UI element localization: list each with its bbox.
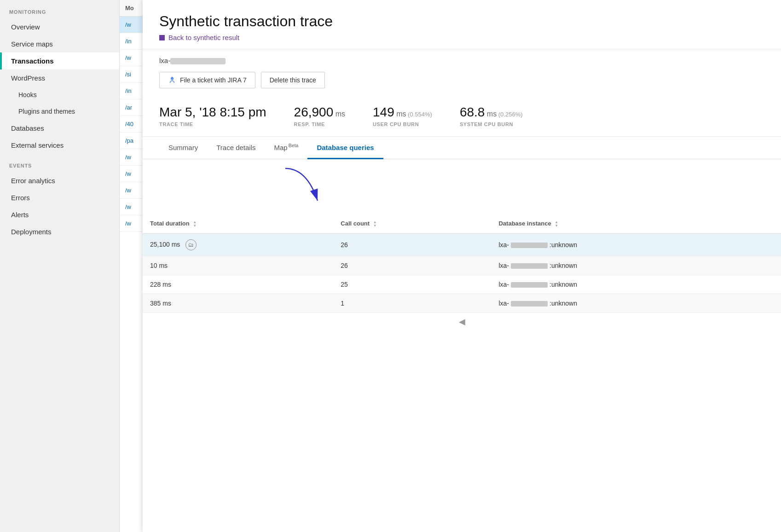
cell-db-instance-2: lxa-:unknown bbox=[491, 275, 781, 294]
sort-icon-duration[interactable]: ▲ ▼ bbox=[193, 220, 197, 228]
metric-resp-time-value: 26,900 ms bbox=[294, 105, 345, 120]
metric-system-cpu-value: 68.8 ms (0.256%) bbox=[460, 105, 523, 120]
metrics-row: Mar 5, '18 8:15 pm TRACE TIME 26,900 ms … bbox=[143, 96, 781, 137]
events-section-label: EVENTS bbox=[0, 154, 119, 172]
col-database-instance: Database instance ▲ ▼ bbox=[491, 214, 781, 233]
table-row[interactable]: 228 ms 25 lxa-:unknown bbox=[143, 275, 781, 294]
jira-icon bbox=[168, 76, 176, 84]
metric-system-cpu: 68.8 ms (0.256%) SYSTEM CPU BURN bbox=[460, 105, 523, 127]
overlay-header: Synthetic transaction trace Back to synt… bbox=[143, 0, 781, 49]
action-buttons: File a ticket with JIRA 7 Delete this tr… bbox=[143, 68, 781, 96]
sidebar-item-errors[interactable]: Errors bbox=[0, 189, 119, 206]
blurred-instance bbox=[511, 263, 548, 269]
blurred-instance bbox=[511, 243, 548, 248]
cell-duration-3: 385 ms bbox=[143, 294, 333, 312]
metric-user-cpu-label: USER CPU BURN bbox=[373, 121, 432, 127]
blurred-instance bbox=[511, 282, 548, 288]
cell-duration-0: 25,100 ms 🗂 bbox=[143, 233, 333, 256]
back-to-synthetic-link[interactable]: Back to synthetic result bbox=[159, 34, 764, 41]
cell-duration-1: 10 ms bbox=[143, 256, 333, 275]
database-queries-table-area: Total duration ▲ ▼ Call count ▲ ▼ bbox=[143, 214, 781, 340]
monitoring-section-label: MONITORING bbox=[0, 0, 119, 18]
tab-database-queries[interactable]: Database queries bbox=[307, 137, 383, 159]
back-link-icon bbox=[159, 35, 165, 40]
sidebar-item-deployments[interactable]: Deployments bbox=[0, 223, 119, 240]
col-call-count: Call count ▲ ▼ bbox=[333, 214, 491, 233]
tab-summary[interactable]: Summary bbox=[159, 137, 207, 159]
jira-button[interactable]: File a ticket with JIRA 7 bbox=[159, 72, 255, 88]
metric-trace-time: Mar 5, '18 8:15 pm TRACE TIME bbox=[159, 105, 266, 127]
cell-db-instance-3: lxa-:unknown bbox=[491, 294, 781, 312]
tab-trace-details[interactable]: Trace details bbox=[207, 137, 265, 159]
metric-trace-time-label: TRACE TIME bbox=[159, 121, 266, 127]
database-queries-table: Total duration ▲ ▼ Call count ▲ ▼ bbox=[143, 214, 781, 313]
cell-call-count-2: 25 bbox=[333, 275, 491, 294]
sidebar-item-external-services[interactable]: External services bbox=[0, 137, 119, 154]
overlay-panel: Synthetic transaction trace Back to synt… bbox=[143, 0, 781, 532]
sidebar-item-error-analytics[interactable]: Error analytics bbox=[0, 172, 119, 189]
trace-id: lxa- bbox=[159, 57, 226, 64]
table-row[interactable]: 385 ms 1 lxa-:unknown bbox=[143, 294, 781, 312]
metric-system-cpu-label: SYSTEM CPU BURN bbox=[460, 121, 523, 127]
sidebar-item-databases[interactable]: Databases bbox=[0, 120, 119, 137]
sidebar-item-alerts[interactable]: Alerts bbox=[0, 206, 119, 223]
sort-icon-db-instance[interactable]: ▲ ▼ bbox=[555, 220, 558, 228]
scroll-indicator: ◀ bbox=[143, 313, 781, 330]
sidebar-item-plugins-themes[interactable]: Plugins and themes bbox=[0, 103, 119, 120]
arrow-annotation bbox=[143, 159, 781, 214]
sort-icon-call-count[interactable]: ▲ ▼ bbox=[373, 220, 377, 228]
table-row[interactable]: 25,100 ms 🗂 26 lxa-:unknown bbox=[143, 233, 781, 256]
trace-id-row: lxa- bbox=[143, 49, 781, 68]
delete-trace-button[interactable]: Delete this trace bbox=[261, 72, 325, 88]
sidebar-item-overview[interactable]: Overview bbox=[0, 18, 119, 35]
metric-user-cpu: 149 ms (0.554%) USER CPU BURN bbox=[373, 105, 432, 127]
main-content: Mo /w /in /w /si /in /ar /40 /pa /w /w /… bbox=[120, 0, 781, 532]
cell-db-instance-1: lxa-:unknown bbox=[491, 256, 781, 275]
sidebar-item-wordpress[interactable]: WordPress bbox=[0, 69, 119, 87]
beta-badge: Beta bbox=[289, 143, 299, 148]
sidebar: MONITORING Overview Service maps Transac… bbox=[0, 0, 120, 532]
trace-id-blurred bbox=[170, 58, 226, 64]
tab-map[interactable]: MapBeta bbox=[265, 137, 308, 159]
cell-call-count-3: 1 bbox=[333, 294, 491, 312]
sidebar-item-service-maps[interactable]: Service maps bbox=[0, 35, 119, 52]
table-row[interactable]: 10 ms 26 lxa-:unknown bbox=[143, 256, 781, 275]
cell-duration-2: 228 ms bbox=[143, 275, 333, 294]
annotation-arrow bbox=[272, 164, 345, 214]
metric-trace-time-value: Mar 5, '18 8:15 pm bbox=[159, 105, 266, 120]
sidebar-item-transactions[interactable]: Transactions bbox=[0, 52, 119, 69]
blurred-instance bbox=[511, 301, 548, 306]
page-title: Synthetic transaction trace bbox=[159, 13, 764, 30]
cell-call-count-1: 26 bbox=[333, 256, 491, 275]
metric-user-cpu-value: 149 ms (0.554%) bbox=[373, 105, 432, 120]
cell-db-instance-0: lxa-:unknown bbox=[491, 233, 781, 256]
sidebar-item-hooks[interactable]: Hooks bbox=[0, 87, 119, 103]
cell-call-count-0: 26 bbox=[333, 233, 491, 256]
db-icon[interactable]: 🗂 bbox=[185, 239, 197, 250]
col-total-duration: Total duration ▲ ▼ bbox=[143, 214, 333, 233]
metric-resp-time-label: RESP. TIME bbox=[294, 121, 345, 127]
tabs-row: Summary Trace details MapBeta Database q… bbox=[143, 137, 781, 159]
table-header-row: Total duration ▲ ▼ Call count ▲ ▼ bbox=[143, 214, 781, 233]
metric-resp-time: 26,900 ms RESP. TIME bbox=[294, 105, 345, 127]
